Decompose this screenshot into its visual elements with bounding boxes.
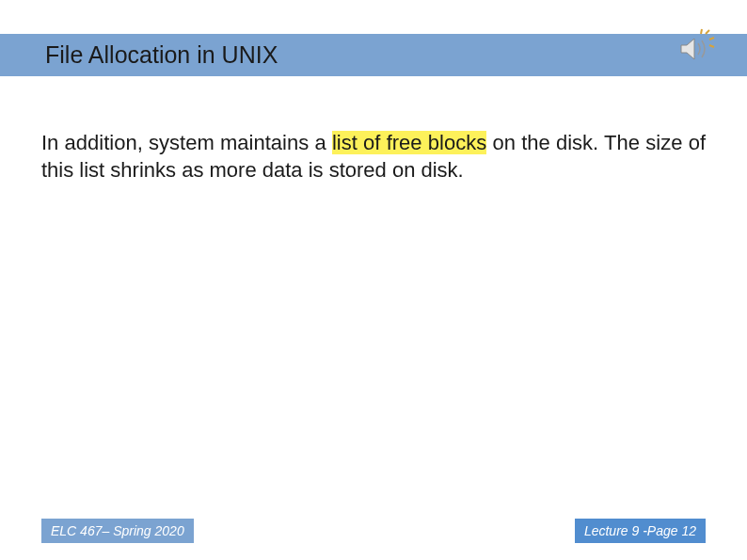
- body-paragraph: In addition, system maintains a list of …: [41, 130, 706, 184]
- svg-line-3: [701, 29, 702, 34]
- footer: ELC 467– Spring 2020 Lecture 9 -Page 12: [0, 519, 747, 543]
- footer-right: Lecture 9 -Page 12: [575, 519, 706, 543]
- slide: File Allocation in UNIX In addition, sys…: [0, 0, 747, 560]
- title-bar: File Allocation in UNIX: [0, 34, 747, 76]
- svg-line-0: [706, 30, 709, 34]
- speaker-icon[interactable]: [675, 28, 717, 70]
- svg-line-1: [709, 38, 714, 40]
- svg-line-2: [709, 45, 714, 47]
- slide-title: File Allocation in UNIX: [0, 41, 278, 69]
- body-text-before: In addition, system maintains a: [41, 131, 332, 154]
- body-highlight: list of free blocks: [332, 131, 486, 154]
- footer-left: ELC 467– Spring 2020: [41, 519, 194, 543]
